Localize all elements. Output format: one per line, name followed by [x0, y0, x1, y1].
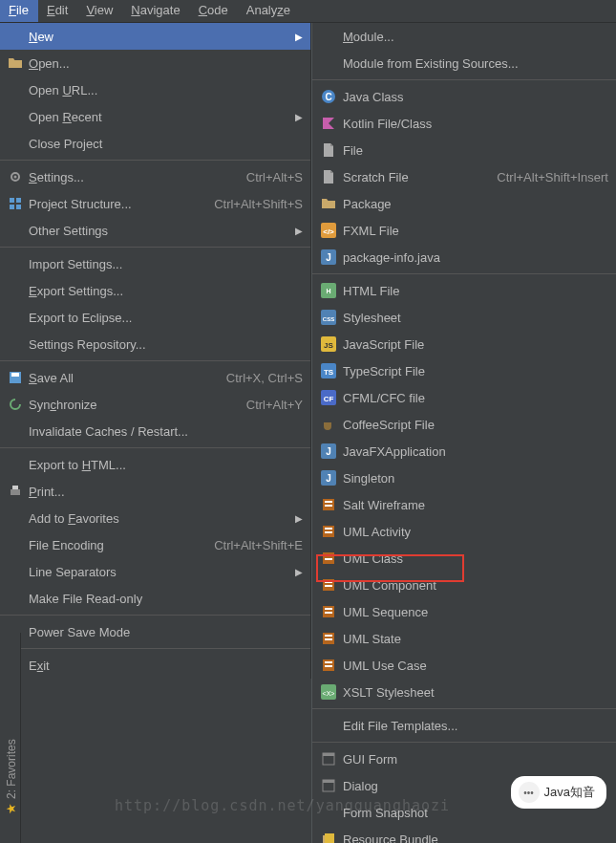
new-menu-item-javascript-file[interactable]: JSJavaScript File	[312, 331, 616, 357]
blank-icon	[6, 537, 25, 552]
new-menu-item-html-file[interactable]: HHTML File	[312, 277, 616, 304]
uml-icon	[318, 604, 339, 619]
blank-icon	[318, 29, 339, 44]
file-menu-item-save-all[interactable]: Save AllCtrl+X, Ctrl+S	[0, 364, 310, 391]
blank-icon	[6, 457, 25, 472]
file-menu-item-synchronize[interactable]: SynchronizeCtrl+Alt+Y	[0, 391, 310, 418]
menu-item-label: Edit File Templates...	[343, 719, 608, 733]
menubar-item-code[interactable]: Code	[190, 0, 238, 22]
new-menu-item-coffeescript-file[interactable]: CoffeeScript File	[312, 411, 616, 438]
new-menu-item-edit-file-templates[interactable]: Edit File Templates...	[312, 712, 616, 739]
new-menu-item-typescript-file[interactable]: TSTypeScript File	[312, 357, 616, 384]
bundle-icon	[318, 832, 339, 843]
new-menu-item-uml-component[interactable]: UML Component	[312, 572, 616, 598]
uml-icon	[318, 658, 339, 673]
css-icon: CSS	[318, 310, 339, 325]
watermark-text: http://blog.csdn.net/yangguanghaozi	[115, 797, 450, 814]
menu-item-label: Package	[343, 197, 608, 211]
submenu-arrow-icon: ▶	[295, 32, 303, 42]
file-menu-item-export-settings[interactable]: Export Settings...	[0, 277, 310, 304]
file-menu-item-invalidate-caches-restart[interactable]: Invalidate Caches / Restart...	[0, 418, 310, 444]
file-menu-item-file-encoding[interactable]: File EncodingCtrl+Alt+Shift+E	[0, 531, 310, 558]
file-menu-item-export-to-eclipse[interactable]: Export to Eclipse...	[0, 304, 310, 331]
new-menu-item-scratch-file[interactable]: Scratch FileCtrl+Alt+Shift+Insert	[312, 163, 616, 190]
svg-rect-50	[325, 665, 332, 667]
svg-rect-32	[325, 505, 332, 507]
new-menu-item-cfml-cfc-file[interactable]: CFCFML/CFC file	[312, 384, 616, 411]
menu-item-label: Close Project	[29, 137, 303, 151]
file-menu-item-settings[interactable]: Settings...Ctrl+Alt+S	[0, 163, 310, 190]
menubar-item-edit[interactable]: Edit	[38, 0, 77, 22]
new-menu-item-uml-class[interactable]: UML Class	[312, 545, 616, 572]
new-menu-item-uml-state[interactable]: UML State	[312, 625, 616, 652]
file-menu-item-close-project[interactable]: Close Project	[0, 130, 310, 157]
file-menu-item-export-to-html[interactable]: Export to HTML...	[0, 451, 310, 478]
menubar-item-analyze[interactable]: Analyze	[238, 0, 300, 22]
file-menu-item-make-file-read-only[interactable]: Make File Read-only	[0, 585, 310, 612]
file-menu-item-exit[interactable]: Exit	[0, 652, 310, 679]
menu-item-shortcut: Ctrl+Alt+Shift+S	[214, 197, 303, 211]
svg-text:J: J	[326, 252, 331, 263]
menu-item-label: Export to HTML...	[29, 458, 303, 472]
menu-item-label: FXML File	[343, 224, 608, 238]
js-icon: JS	[318, 336, 339, 352]
new-menu-item-stylesheet[interactable]: CSSStylesheet	[312, 304, 616, 331]
file-menu-item-new[interactable]: New▶	[0, 23, 310, 50]
new-menu-item-singleton[interactable]: JSingleton	[312, 465, 616, 491]
menubar-item-view[interactable]: View	[77, 0, 122, 22]
kotlin-icon	[318, 116, 339, 131]
new-menu-item-module-from-existing-sources[interactable]: Module from Existing Sources...	[312, 50, 616, 76]
svg-text:</>: </>	[323, 227, 334, 236]
new-menu-item-javafxapplication[interactable]: JJavaFXApplication	[312, 438, 616, 465]
blank-icon	[6, 564, 25, 579]
new-menu-item-uml-activity[interactable]: UML Activity	[312, 518, 616, 545]
new-menu-item-xslt-stylesheet[interactable]: <X>XSLT Stylesheet	[312, 679, 616, 705]
file-menu-item-other-settings[interactable]: Other Settings▶	[0, 217, 310, 244]
file-menu-item-open-url[interactable]: Open URL...	[0, 76, 310, 103]
svg-rect-46	[325, 635, 332, 637]
new-menu-item-gui-form[interactable]: GUI Form	[312, 746, 616, 772]
new-menu-item-package-info-java[interactable]: Jpackage-info.java	[312, 244, 616, 270]
folder-icon	[6, 55, 25, 71]
file-menu-item-add-to-favorites[interactable]: Add to Favorites▶	[0, 505, 310, 531]
file-menu-item-line-separators[interactable]: Line Separators▶	[0, 558, 310, 585]
menubar-item-file[interactable]: File	[0, 0, 38, 22]
fxml-icon: </>	[318, 223, 339, 238]
menu-item-label: Settings Repository...	[29, 337, 303, 352]
new-menu-item-package[interactable]: Package	[312, 190, 616, 217]
menu-item-label: Java Class	[343, 90, 608, 104]
new-menu-item-salt-wireframe[interactable]: Salt Wireframe	[312, 491, 616, 518]
menu-item-label: Export Settings...	[29, 284, 303, 298]
svg-rect-44	[325, 612, 332, 614]
menubar-item-navigate[interactable]: Navigate	[122, 0, 189, 22]
new-menu-item-uml-use-case[interactable]: UML Use Case	[312, 652, 616, 679]
svg-rect-2	[10, 198, 14, 203]
file-menu-item-open-recent[interactable]: Open Recent▶	[0, 103, 310, 130]
svg-rect-43	[325, 608, 332, 610]
uml-icon	[318, 577, 339, 593]
file-menu-item-import-settings[interactable]: Import Settings...	[0, 250, 310, 277]
file-menu-item-print[interactable]: Print...	[0, 478, 310, 505]
file-menu-item-settings-repository[interactable]: Settings Repository...	[0, 331, 310, 357]
file-icon	[318, 169, 339, 184]
new-menu-item-file[interactable]: File	[312, 137, 616, 163]
menu-separator	[0, 447, 310, 448]
submenu-arrow-icon: ▶	[295, 567, 303, 577]
menu-item-label: XSLT Stylesheet	[343, 685, 608, 700]
file-menu-item-power-save-mode[interactable]: Power Save Mode	[0, 618, 310, 645]
menu-item-shortcut: Ctrl+Alt+S	[246, 170, 303, 184]
menu-item-label: UML Class	[343, 551, 608, 566]
uml-icon	[318, 524, 339, 539]
new-menu-item-java-class[interactable]: CJava Class	[312, 83, 616, 110]
new-menu-item-resource-bundle[interactable]: Resource Bundle	[312, 826, 616, 843]
new-menu-item-kotlin-file-class[interactable]: Kotlin File/Class	[312, 110, 616, 137]
new-menu-item-fxml-file[interactable]: </>FXML File	[312, 217, 616, 244]
file-menu-item-project-structure[interactable]: Project Structure...Ctrl+Alt+Shift+S	[0, 190, 310, 217]
file-menu-item-open[interactable]: Open...	[0, 50, 310, 76]
menu-item-label: Save All	[29, 371, 219, 385]
toolwindow-strip[interactable]: ★ 2: Favorites	[0, 633, 21, 843]
uml-icon	[318, 497, 339, 512]
new-menu-item-module[interactable]: Module...	[312, 23, 616, 50]
menu-item-label: Stylesheet	[343, 311, 608, 325]
new-menu-item-uml-sequence[interactable]: UML Sequence	[312, 598, 616, 625]
